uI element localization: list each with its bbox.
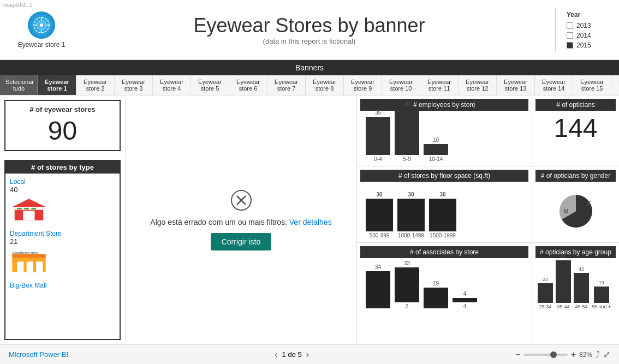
employees-label-top-1: 45 <box>404 102 410 108</box>
svg-rect-13 <box>31 208 36 210</box>
store-type-local: Local 40 <box>10 178 115 225</box>
store-type-dept-name: Department Store <box>10 230 115 237</box>
store-type-local-name: Local <box>10 178 115 186</box>
assoc-label-bot-3: 4 <box>463 303 467 309</box>
store-local-icon <box>10 196 48 223</box>
bottom-bar: Microsoft Power BI ‹ 1 de 5 › − + 82% ⤴ … <box>0 344 619 364</box>
store-type-dept-count: 21 <box>10 237 115 246</box>
banner-tab-3[interactable]: Eyewearstore 3 <box>115 75 153 95</box>
floor-label-top-0: 30 <box>376 192 382 198</box>
banner-tab-9[interactable]: Eyewearstore 9 <box>344 75 382 95</box>
age-label-bot-1: 35-44 <box>557 304 569 309</box>
banner-tab-4[interactable]: Eyewearstore 4 <box>153 75 191 95</box>
floor-bar-1000: 30 1000-1499 <box>397 192 425 238</box>
floor-bar-500: 30 500-999 <box>366 192 393 238</box>
center-column: Algo está errado com um ou mais filtros.… <box>126 96 357 344</box>
employees-bar-10-14: 10 10-14 <box>424 137 448 162</box>
age-label-top-3: 19 <box>599 280 604 285</box>
fullscreen-icon[interactable]: ⤢ <box>603 349 610 360</box>
year-2014-box[interactable] <box>567 32 573 39</box>
svg-rect-16 <box>17 261 23 272</box>
assoc-label-top-1: 33 <box>404 260 410 266</box>
banner-tab-6[interactable]: Eyewearstore 6 <box>229 75 267 95</box>
zoom-slider[interactable] <box>524 354 568 356</box>
error-overlay: Algo está errado com um ou mais filtros.… <box>150 189 331 250</box>
floor-bar-1 <box>397 199 425 231</box>
age-bar-35: 61 35-44 <box>556 254 571 309</box>
year-2013[interactable]: 2013 <box>567 22 610 29</box>
right-mid-row: # of stores by floor space (sq.ft) 30 50… <box>357 166 619 243</box>
svg-rect-9 <box>23 211 35 220</box>
banner-tab-select-all[interactable]: Selecionartudo <box>0 75 38 95</box>
age-bar-55: 19 55 and + <box>592 280 611 309</box>
gender-pie-container: M F <box>535 184 616 238</box>
banner-tab-16[interactable]: Eyewearstore 16 <box>611 75 619 95</box>
banner-tab-11[interactable]: Eyewearstore 11 <box>420 75 459 95</box>
zoom-level: 82% <box>579 351 592 359</box>
year-2014[interactable]: 2014 <box>567 32 610 39</box>
assoc-bar-rect-3 <box>453 298 477 302</box>
employees-chart-title: # employees by store <box>360 99 528 111</box>
banner-tab-1[interactable]: Eyewearstore 1 <box>38 75 76 95</box>
age-label-bot-3: 55 and + <box>592 304 611 309</box>
banner-tab-7[interactable]: Eyewearstore 7 <box>267 75 306 95</box>
assoc-label-top-2: 19 <box>433 281 439 287</box>
banner-tab-15[interactable]: Eyewearstore 15 <box>573 75 611 95</box>
banner-tab-14[interactable]: Eyewearstore 14 <box>535 75 573 95</box>
power-bi-link[interactable]: Microsoft Power BI <box>9 350 68 359</box>
floor-label-bot-1: 1000-1499 <box>398 232 424 238</box>
banners-header: Banners <box>0 60 619 75</box>
floor-label-top-1: 30 <box>408 192 414 198</box>
year-2013-label: 2013 <box>576 22 591 29</box>
year-2015-box[interactable] <box>567 42 573 49</box>
store-type-bigbox: Big-Box Mall <box>10 282 115 289</box>
assoc-bar-3: 4 4 <box>453 291 477 309</box>
employees-bar-5-9: 45 5-9 <box>395 102 419 162</box>
age-bar-rect-1 <box>556 260 571 303</box>
banner-tab-13[interactable]: Eyewearstore 13 <box>497 75 535 95</box>
svg-text:Department store: Department store <box>12 250 38 254</box>
assoc-label-top-0: 34 <box>375 264 381 270</box>
zoom-out-button[interactable]: − <box>515 350 520 360</box>
right-bottom-row: # of associates by store 34 33 2 <box>357 243 619 344</box>
zoom-in-button[interactable]: + <box>571 350 576 360</box>
svg-rect-12 <box>24 208 29 210</box>
page-next-arrow[interactable]: › <box>306 350 309 360</box>
banners-section: Banners Selecionartudo Eyewearstore 1 Ey… <box>0 60 619 96</box>
banner-tab-10[interactable]: Eyewearstore 10 <box>382 75 420 95</box>
banner-tab-8[interactable]: Eyewearstore 8 <box>306 75 344 95</box>
banner-tab-12[interactable]: Eyewearstore 12 <box>459 75 497 95</box>
age-label-bot-2: 45-54 <box>575 304 587 309</box>
svg-rect-15 <box>12 254 45 258</box>
share-icon[interactable]: ⤴ <box>596 350 600 360</box>
gender-title: # of opticians by gender <box>535 170 616 182</box>
left-column: # of eyewear stores 90 # of stores by ty… <box>0 96 126 344</box>
assoc-bar-rect-1 <box>395 267 419 302</box>
employees-bar-1 <box>395 109 419 155</box>
right-column: # employees by store 35 0-4 45 5-9 <box>357 96 619 344</box>
banner-tab-5[interactable]: Eyewearstore 5 <box>191 75 229 95</box>
floor-label-top-2: 30 <box>439 192 445 198</box>
associates-panel: # of associates by store 34 33 2 <box>357 243 532 344</box>
svg-rect-17 <box>27 261 33 272</box>
age-label-top-2: 42 <box>579 266 584 272</box>
banner-tab-2[interactable]: Eyewearstore 2 <box>76 75 115 95</box>
fix-button[interactable]: Corrigir isto <box>211 233 272 250</box>
associates-bar-chart: 34 33 2 19 <box>360 260 528 309</box>
age-label-top-0: 22 <box>543 277 548 282</box>
age-label-top-1: 61 <box>561 254 566 259</box>
floor-space-bar-chart: 30 500-999 30 1000-1499 30 1500-1 <box>360 184 528 238</box>
error-details-link[interactable]: Ver detalhes <box>289 218 332 226</box>
year-legend-title: Year <box>567 11 610 19</box>
error-icon <box>230 189 252 211</box>
assoc-bar-1: 33 2 <box>395 260 419 309</box>
page-prev-arrow[interactable]: ‹ <box>275 350 277 360</box>
year-2014-label: 2014 <box>576 32 591 39</box>
year-2013-box[interactable] <box>567 22 573 29</box>
svg-text:M: M <box>564 208 568 214</box>
svg-marker-8 <box>12 199 45 207</box>
employees-bar-chart: 35 0-4 45 5-9 10 10-14 <box>360 113 528 162</box>
stores-by-type-title: # of stores by type <box>5 161 120 174</box>
store-type-bigbox-name: Big-Box Mall <box>10 282 115 289</box>
year-2015[interactable]: 2015 <box>567 41 610 49</box>
